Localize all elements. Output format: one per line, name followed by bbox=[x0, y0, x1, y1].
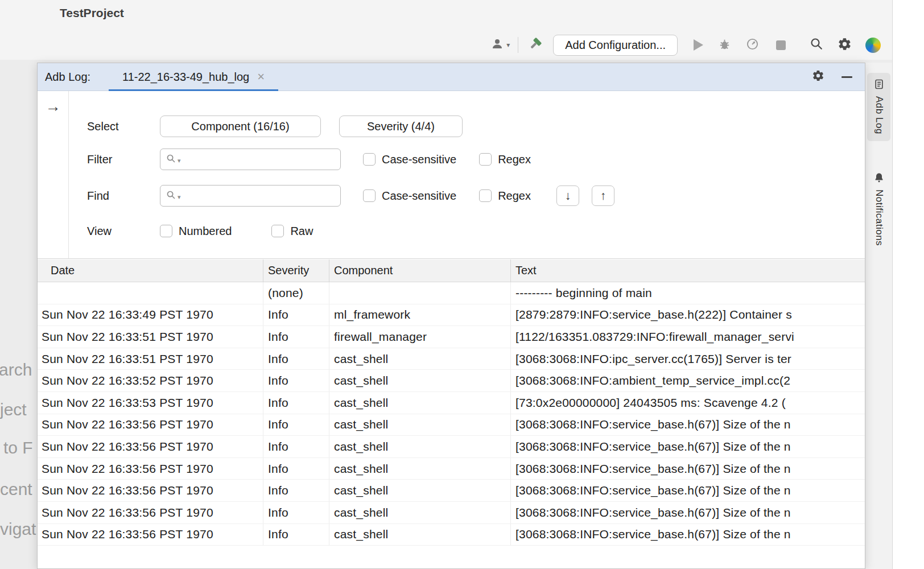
ide-settings-button[interactable] bbox=[838, 37, 852, 53]
cell-component: cast_shell bbox=[329, 458, 511, 480]
cell-text: [3068:3068:INFO:ipc_server.cc(1765)] Ser… bbox=[511, 348, 865, 370]
checkbox-box[interactable] bbox=[479, 189, 492, 202]
right-tool-window-stripe: Adb Log Notifications bbox=[865, 63, 892, 569]
table-row[interactable]: Sun Nov 22 16:33:53 PST 1970 Info cast_s… bbox=[38, 392, 865, 414]
arrow-up-icon: ↑ bbox=[600, 189, 607, 203]
ide-window: TestProject ▾ Add Configuration... bbox=[0, 0, 892, 569]
panel-settings-button[interactable] bbox=[812, 69, 824, 84]
numbered-checkbox[interactable]: Numbered bbox=[160, 225, 232, 238]
cell-component: cast_shell bbox=[329, 502, 511, 523]
background-hint-fragment: cent bbox=[0, 480, 32, 499]
add-configuration-button[interactable]: Add Configuration... bbox=[553, 35, 678, 56]
log-table: Date Severity Component Text (none) ----… bbox=[38, 259, 865, 568]
raw-checkbox[interactable]: Raw bbox=[271, 225, 313, 238]
find-regex-checkbox[interactable]: Regex bbox=[479, 189, 531, 203]
filter-input[interactable] bbox=[183, 149, 340, 170]
cell-text: [3068:3068:INFO:service_base.h(67)] Size… bbox=[511, 480, 865, 501]
cell-severity: Info bbox=[263, 370, 329, 391]
case-sensitive-label: Case-sensitive bbox=[382, 189, 456, 203]
desktop-margin bbox=[892, 0, 924, 569]
table-row[interactable]: Sun Nov 22 16:33:52 PST 1970 Info cast_s… bbox=[38, 370, 865, 392]
column-header-component[interactable]: Component bbox=[329, 259, 511, 282]
log-file-tab[interactable]: 11-22_16-33-49_hub_log × bbox=[109, 63, 278, 90]
assistant-sphere-icon[interactable] bbox=[865, 38, 881, 53]
build-button[interactable] bbox=[527, 36, 543, 54]
filter-label: Filter bbox=[87, 153, 160, 166]
controls-rail: → bbox=[38, 91, 69, 258]
cell-text: [3068:3068:INFO:service_base.h(67)] Size… bbox=[511, 524, 865, 546]
cell-component: cast_shell bbox=[329, 370, 511, 391]
filter-case-sensitive-checkbox[interactable]: Case-sensitive bbox=[363, 153, 456, 166]
cell-text: [3068:3068:INFO:service_base.h(67)] Size… bbox=[511, 502, 865, 523]
cell-date: Sun Nov 22 16:33:49 PST 1970 bbox=[38, 304, 263, 326]
cell-severity: Info bbox=[263, 524, 329, 546]
regex-label: Regex bbox=[498, 189, 531, 203]
background-hint-fragment: arch bbox=[0, 360, 32, 380]
background-hint-fragment: ject bbox=[0, 400, 27, 419]
run-play-icon[interactable] bbox=[694, 39, 703, 51]
table-row[interactable]: (none) --------- beginning of main bbox=[38, 282, 865, 304]
profiler-icon bbox=[746, 38, 759, 53]
tool-tab-adb-log[interactable]: Adb Log bbox=[867, 73, 890, 141]
raw-label: Raw bbox=[290, 225, 313, 238]
profiler-button[interactable] bbox=[746, 38, 759, 53]
find-previous-button[interactable]: ↑ bbox=[592, 185, 614, 206]
panel-titlebar: Adb Log: 11-22_16-33-49_hub_log × bbox=[38, 63, 865, 91]
column-header-date[interactable]: Date bbox=[38, 259, 263, 282]
table-row[interactable]: Sun Nov 22 16:33:56 PST 1970 Info cast_s… bbox=[38, 436, 865, 458]
cell-severity: Info bbox=[263, 304, 329, 326]
cell-text: --------- beginning of main bbox=[511, 282, 865, 304]
cell-text: [73:0x2e00000000] 24043505 ms: Scavenge … bbox=[511, 392, 865, 414]
checkbox-box[interactable] bbox=[363, 153, 376, 166]
table-row[interactable]: Sun Nov 22 16:33:56 PST 1970 Info cast_s… bbox=[38, 414, 865, 436]
cell-severity: Info bbox=[263, 348, 329, 370]
table-row[interactable]: Sun Nov 22 16:33:56 PST 1970 Info cast_s… bbox=[38, 480, 865, 502]
user-menu-button[interactable]: ▾ bbox=[490, 37, 510, 53]
cell-component: cast_shell bbox=[329, 348, 511, 370]
hide-panel-button[interactable] bbox=[842, 76, 852, 78]
cell-severity: Info bbox=[263, 436, 329, 457]
table-row[interactable]: Sun Nov 22 16:33:49 PST 1970 Info ml_fra… bbox=[38, 304, 865, 327]
severity-filter-button[interactable]: Severity (4/4) bbox=[339, 116, 463, 137]
table-row[interactable]: Sun Nov 22 16:33:56 PST 1970 Info cast_s… bbox=[38, 502, 865, 524]
cell-text: [3068:3068:INFO:service_base.h(67)] Size… bbox=[511, 436, 865, 457]
component-filter-button[interactable]: Component (16/16) bbox=[160, 116, 321, 137]
cell-date: Sun Nov 22 16:33:53 PST 1970 bbox=[38, 392, 263, 414]
table-row[interactable]: Sun Nov 22 16:33:51 PST 1970 Info cast_s… bbox=[38, 348, 865, 370]
log-table-header: Date Severity Component Text bbox=[38, 259, 865, 282]
filter-input-box[interactable]: ▾ bbox=[160, 149, 341, 170]
search-everywhere-button[interactable] bbox=[810, 37, 823, 53]
window-title: TestProject bbox=[60, 6, 124, 20]
expand-arrow-icon[interactable]: → bbox=[38, 98, 68, 116]
find-case-sensitive-checkbox[interactable]: Case-sensitive bbox=[363, 189, 456, 203]
cell-date: Sun Nov 22 16:33:56 PST 1970 bbox=[38, 436, 263, 457]
column-header-text[interactable]: Text bbox=[511, 259, 865, 282]
find-next-button[interactable]: ↓ bbox=[556, 185, 579, 206]
cell-text: [3068:3068:INFO:service_base.h(67)] Size… bbox=[511, 414, 865, 436]
table-row[interactable]: Sun Nov 22 16:33:51 PST 1970 Info firewa… bbox=[38, 326, 865, 348]
window-header: TestProject ▾ Add Configuration... bbox=[0, 0, 892, 60]
cell-date: Sun Nov 22 16:33:52 PST 1970 bbox=[38, 370, 263, 391]
table-row[interactable]: Sun Nov 22 16:33:56 PST 1970 Info cast_s… bbox=[38, 524, 865, 546]
cell-component: cast_shell bbox=[329, 414, 511, 436]
cell-date bbox=[38, 282, 263, 304]
filter-regex-checkbox[interactable]: Regex bbox=[479, 153, 531, 166]
stop-icon[interactable] bbox=[776, 40, 786, 50]
numbered-label: Numbered bbox=[179, 225, 232, 238]
table-row[interactable]: Sun Nov 22 16:33:56 PST 1970 Info cast_s… bbox=[38, 458, 865, 480]
column-header-severity[interactable]: Severity bbox=[263, 259, 329, 282]
regex-label: Regex bbox=[498, 153, 531, 166]
find-input-box[interactable]: ▾ bbox=[160, 185, 341, 207]
tool-tab-notifications[interactable]: Notifications bbox=[867, 166, 890, 253]
close-icon[interactable]: × bbox=[257, 71, 265, 83]
checkbox-box[interactable] bbox=[160, 225, 172, 237]
cell-date: Sun Nov 22 16:33:56 PST 1970 bbox=[38, 502, 263, 523]
checkbox-box[interactable] bbox=[363, 189, 376, 202]
checkbox-box[interactable] bbox=[479, 153, 492, 166]
tool-tab-label: Notifications bbox=[873, 189, 885, 246]
bug-icon bbox=[718, 38, 731, 53]
checkbox-box[interactable] bbox=[271, 225, 284, 237]
cell-severity: Info bbox=[263, 414, 329, 436]
find-input[interactable] bbox=[183, 185, 340, 206]
debug-button[interactable] bbox=[718, 38, 731, 53]
